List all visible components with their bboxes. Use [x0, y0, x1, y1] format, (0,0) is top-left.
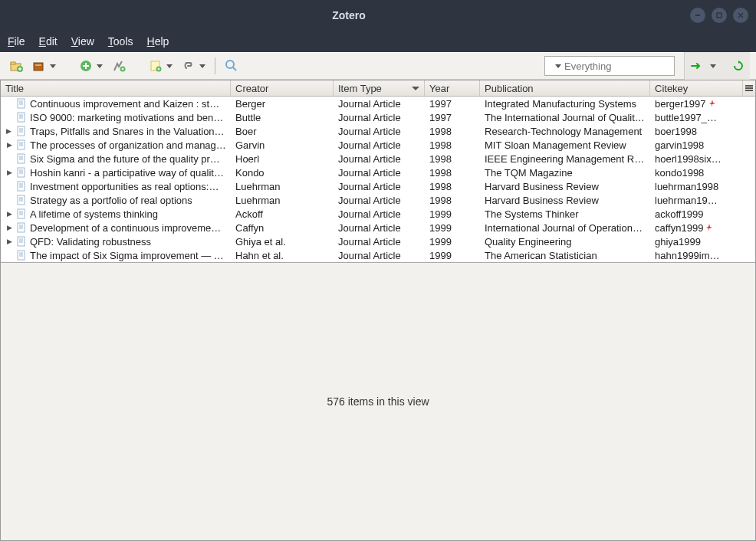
- item-year: 1998: [425, 153, 480, 165]
- item-publication: International Journal of Operation…: [480, 222, 650, 234]
- table-row[interactable]: ▶The processes of organization and manag…: [1, 138, 755, 152]
- table-row[interactable]: ▶Development of a continuous improveme…C…: [1, 221, 755, 234]
- pin-icon: [705, 224, 713, 231]
- item-citekey: ackoff1999: [655, 208, 703, 220]
- table-row[interactable]: Investment opportunities as real options…: [1, 179, 755, 193]
- item-type: Journal Article: [334, 98, 425, 110]
- column-itemtype[interactable]: Item Type: [334, 80, 425, 96]
- item-title: A lifetime of systems thinking: [30, 208, 158, 220]
- item-creator: Ghiya et al.: [231, 236, 334, 248]
- item-title: The impact of Six Sigma improvement — …: [30, 250, 224, 261]
- svg-line-22: [233, 67, 236, 70]
- item-year: 1999: [425, 250, 480, 261]
- item-publication: MIT Sloan Management Review: [480, 139, 650, 151]
- window-controls: [690, 8, 748, 23]
- add-attachment-dropdown[interactable]: [199, 64, 205, 68]
- item-citekey: boer1998: [655, 126, 697, 137]
- expand-toggle[interactable]: ▶: [5, 238, 13, 245]
- item-title: Hoshin kanri - a participative way of qu…: [30, 167, 224, 179]
- svg-rect-1: [717, 13, 721, 18]
- expand-toggle[interactable]: ▶: [5, 224, 13, 231]
- item-creator: Berger: [231, 98, 334, 110]
- new-item-dropdown[interactable]: [97, 64, 103, 68]
- locate-dropdown[interactable]: [710, 64, 716, 68]
- add-attachment-icon[interactable]: [182, 59, 196, 73]
- close-button[interactable]: [733, 8, 748, 23]
- table-row[interactable]: Strategy as a portfolio of real optionsL…: [1, 193, 755, 207]
- svg-rect-64: [18, 223, 25, 232]
- new-note-icon[interactable]: [149, 59, 163, 73]
- sync-icon[interactable]: [731, 59, 745, 73]
- new-library-dropdown[interactable]: [50, 64, 56, 68]
- expand-toggle[interactable]: ▶: [5, 210, 13, 218]
- status-area: 576 items in this view: [1, 262, 755, 540]
- menu-tools[interactable]: Tools: [108, 35, 133, 48]
- expand-toggle[interactable]: ▶: [5, 127, 13, 135]
- item-publication: Quality Engineering: [480, 236, 650, 248]
- table-row[interactable]: ISO 9000: marketing motivations and ben……: [1, 110, 755, 124]
- item-title: Investment opportunities as real options…: [30, 181, 219, 192]
- svg-rect-9: [34, 63, 43, 70]
- advanced-search-icon[interactable]: [225, 59, 238, 73]
- new-library-icon[interactable]: [32, 59, 46, 73]
- column-citekey[interactable]: Citekey: [650, 80, 743, 96]
- document-icon: [16, 139, 27, 150]
- item-title: QFD: Validating robustness: [30, 236, 151, 248]
- expand-toggle[interactable]: ▶: [5, 141, 13, 149]
- item-citekey: garvin1998: [655, 139, 704, 151]
- table-row[interactable]: ▶Hoshin kanri - a participative way of q…: [1, 166, 755, 179]
- item-type: Journal Article: [334, 250, 425, 261]
- column-picker-icon[interactable]: [743, 80, 755, 96]
- svg-rect-72: [18, 251, 25, 260]
- new-note-dropdown[interactable]: [166, 64, 173, 68]
- item-title: Six Sigma and the future of the quality …: [30, 153, 220, 165]
- item-type: Journal Article: [334, 181, 425, 192]
- svg-rect-10: [35, 64, 41, 66]
- svg-rect-68: [18, 237, 25, 246]
- column-creator[interactable]: Creator: [231, 80, 334, 96]
- column-year[interactable]: Year: [425, 80, 480, 96]
- new-item-icon[interactable]: [79, 59, 93, 73]
- item-title: ISO 9000: marketing motivations and ben…: [30, 112, 223, 123]
- svg-rect-44: [18, 154, 25, 163]
- menu-view[interactable]: View: [71, 35, 94, 48]
- table-row[interactable]: Six Sigma and the future of the quality …: [1, 152, 755, 166]
- menu-file[interactable]: File: [8, 35, 25, 48]
- item-year: 1998: [425, 139, 480, 151]
- search-input[interactable]: [564, 61, 693, 72]
- items-list[interactable]: Continuous improvement and Kaizen : st…B…: [1, 97, 755, 262]
- item-citekey: ghiya1999: [655, 236, 701, 248]
- item-title: The processes of organization and manag…: [30, 139, 226, 151]
- item-creator: Buttle: [231, 112, 334, 123]
- search-box[interactable]: [544, 56, 675, 76]
- item-type: Journal Article: [334, 222, 425, 234]
- item-publication: Harvard Business Review: [480, 195, 650, 206]
- add-by-identifier-icon[interactable]: [112, 59, 126, 73]
- menu-edit[interactable]: Edit: [39, 35, 58, 48]
- new-collection-icon[interactable]: [9, 59, 23, 73]
- menu-help[interactable]: Help: [147, 35, 169, 48]
- item-title: Development of a continuous improveme…: [30, 222, 221, 234]
- item-creator: Garvin: [231, 139, 334, 151]
- column-title[interactable]: Title: [1, 80, 231, 96]
- item-type: Journal Article: [334, 236, 425, 248]
- minimize-button[interactable]: [690, 8, 705, 23]
- item-year: 1999: [425, 236, 480, 248]
- table-row[interactable]: ▶A lifetime of systems thinkingAckoffJou…: [1, 207, 755, 221]
- expand-toggle[interactable]: ▶: [5, 169, 13, 176]
- item-year: 1997: [425, 98, 480, 110]
- search-mode-dropdown[interactable]: [555, 64, 561, 68]
- table-row[interactable]: ▶Traps, Pitfalls and Snares in the Valua…: [1, 124, 755, 138]
- item-creator: Kondo: [231, 167, 334, 179]
- item-citekey: berger1997: [655, 98, 706, 110]
- titlebar: Zotero: [0, 0, 756, 31]
- table-row[interactable]: The impact of Six Sigma improvement — …H…: [1, 248, 755, 262]
- item-year: 1999: [425, 222, 480, 234]
- table-row[interactable]: Continuous improvement and Kaizen : st…B…: [1, 97, 755, 110]
- table-row[interactable]: ▶QFD: Validating robustnessGhiya et al.J…: [1, 234, 755, 248]
- locate-icon[interactable]: [689, 59, 703, 73]
- item-year: 1999: [425, 208, 480, 220]
- maximize-button[interactable]: [712, 8, 727, 23]
- column-publication[interactable]: Publication: [480, 80, 650, 96]
- svg-rect-5: [11, 62, 15, 64]
